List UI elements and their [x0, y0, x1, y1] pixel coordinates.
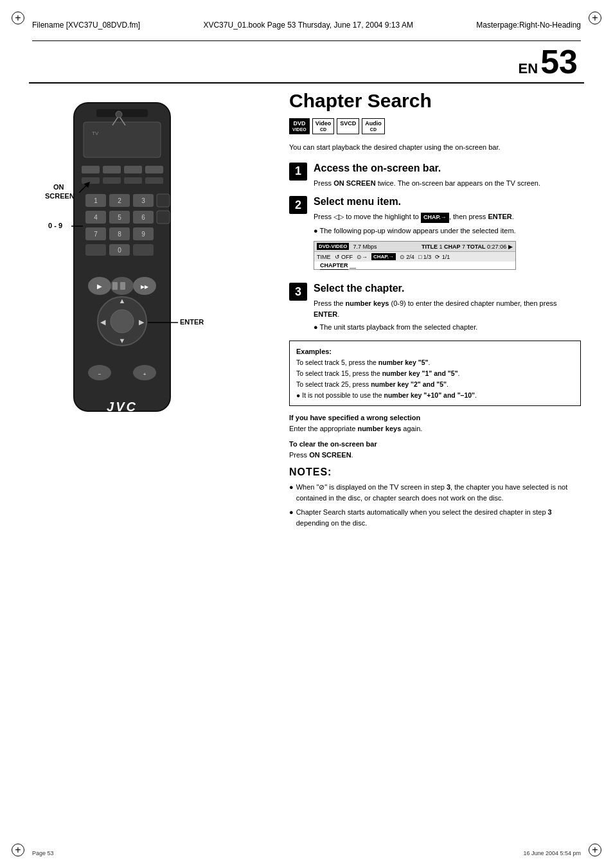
svg-text:▲: ▲ — [119, 297, 126, 305]
content-area: Chapter Search DVDVIDEO VideoCD SVCD Aud… — [289, 90, 581, 532]
page-number: 53 — [540, 45, 578, 78]
intro-text: You can start playback the desired chapt… — [289, 142, 581, 153]
clear-bar: To clear the on-screen bar Press ON SCRE… — [289, 439, 581, 460]
page-footer: Page 53 16 June 2004 5:54 pm — [32, 850, 581, 856]
svg-text:▶: ▶ — [139, 318, 145, 326]
svg-rect-8 — [145, 166, 163, 173]
wrong-selection-title: If you have specified a wrong selection — [289, 414, 420, 421]
svg-text:−: − — [98, 371, 102, 377]
reg-mark-tl — [12, 12, 24, 24]
step-2-num: 2 — [289, 196, 307, 214]
svg-text:TV: TV — [92, 130, 99, 136]
remote-svg: TV 1 2 3 4 5 6 7 8 — [35, 96, 241, 469]
svg-rect-41 — [120, 282, 125, 290]
svg-point-4 — [116, 111, 122, 118]
wrong-selection-body: Enter the appropriate number keys again. — [289, 425, 422, 432]
note-2: ● Chapter Search starts automatically wh… — [289, 507, 581, 528]
reg-mark-br — [589, 844, 601, 856]
step-3-title: Select the chapter. — [314, 283, 581, 294]
reg-mark-tr — [589, 12, 601, 24]
step-2-bullet: ● The following pop-up window appears un… — [314, 226, 516, 236]
svg-rect-10 — [103, 177, 121, 184]
remote-area: TV 1 2 3 4 5 6 7 8 — [29, 90, 286, 740]
step-1-num: 1 — [289, 163, 307, 181]
step-3-body: Press the number keys (0-9) to enter the… — [314, 298, 581, 319]
step-3-num: 3 — [289, 283, 307, 301]
svg-text:8: 8 — [118, 231, 121, 238]
header-right: Masterpage:Right-No-Heading — [476, 21, 581, 30]
svg-text:▼: ▼ — [119, 337, 126, 344]
step-1-body: Press ON SCREEN twice. The on-screen bar… — [314, 178, 540, 189]
svg-text:5: 5 — [118, 214, 121, 221]
svg-rect-36 — [133, 244, 154, 256]
step-3: 3 Select the chapter. Press the number k… — [289, 283, 581, 333]
badge-dvd: DVDVIDEO — [289, 118, 310, 134]
svg-text:▶: ▶ — [97, 283, 102, 290]
header-left: Filename [XVC37U_08DVD.fm] — [32, 21, 140, 30]
svg-text:0: 0 — [118, 247, 121, 254]
svg-text:0 - 9: 0 - 9 — [48, 222, 62, 229]
svg-text:1: 1 — [94, 197, 98, 204]
page-header: Filename [XVC37U_08DVD.fm] XVC37U_01.boo… — [32, 9, 581, 41]
chap-highlight: CHAP.→ — [421, 213, 449, 223]
svg-rect-35 — [85, 244, 106, 256]
svg-rect-12 — [145, 177, 163, 184]
reg-mark-bl — [12, 844, 24, 856]
svg-text:+: + — [143, 371, 147, 377]
svg-text:◀: ◀ — [100, 318, 106, 326]
osb-row2: TIME ↺ OFF ⊙→ CHAP.→ ⊙ 2/4 □ 1/3 ⟳ 1/1 — [314, 252, 515, 261]
svg-text:JVC: JVC — [107, 400, 138, 414]
onscreen-bar: DVD-VIDEO 7.7 Mbps TITLE 1 CHAP 7 TOTAL … — [314, 241, 516, 270]
examples-box: Examples: To select track 5, press the n… — [289, 341, 581, 407]
svg-text:2: 2 — [118, 197, 121, 204]
clear-bar-title: To clear the on-screen bar — [289, 440, 377, 448]
notes-section: NOTES: ● When "⊘" is displayed on the TV… — [289, 466, 581, 528]
svg-rect-6 — [103, 166, 121, 173]
examples-title: Examples: — [296, 346, 574, 358]
svg-text:▶▶: ▶▶ — [141, 284, 149, 290]
step-3-bullet: ● The unit starts playback from the sele… — [314, 322, 581, 333]
example-2: To select track 15, press the number key… — [296, 368, 574, 379]
step-1-content: Access the on-screen bar. Press ON SCREE… — [314, 163, 540, 189]
page-title: Chapter Search — [289, 90, 581, 112]
wrong-selection: If you have specified a wrong selection … — [289, 412, 581, 434]
clear-bar-body: Press ON SCREEN. — [289, 451, 353, 459]
svg-text:4: 4 — [94, 214, 98, 221]
svg-text:9: 9 — [141, 231, 145, 238]
notes-title: NOTES: — [289, 466, 581, 478]
note-1: ● When "⊘" is displayed on the TV screen… — [289, 482, 581, 503]
example-3: To select track 25, press number key "2"… — [296, 379, 574, 390]
osb-row3: CHAPTER __ — [314, 261, 515, 269]
svg-rect-5 — [82, 166, 100, 173]
svg-rect-11 — [124, 177, 142, 184]
page-number-area: EN 53 — [519, 45, 578, 78]
step-2-title: Select menu item. — [314, 196, 516, 208]
notes-list: ● When "⊘" is displayed on the TV screen… — [289, 482, 581, 528]
en-label: EN — [519, 60, 538, 77]
step-1: 1 Access the on-screen bar. Press ON SCR… — [289, 163, 581, 189]
step-2-body: Press ◁▷ to move the highlight to CHAP.→… — [314, 211, 516, 223]
svg-rect-7 — [124, 166, 142, 173]
header-center: XVC37U_01.book Page 53 Thursday, June 17… — [203, 21, 413, 30]
svg-text:6: 6 — [141, 214, 145, 221]
svg-text:ON: ON — [53, 183, 64, 191]
footer-left: Page 53 — [32, 850, 54, 856]
svg-rect-26 — [157, 211, 170, 224]
svg-rect-9 — [82, 177, 100, 184]
svg-text:7: 7 — [94, 231, 98, 238]
svg-rect-40 — [112, 282, 118, 290]
svg-text:ENTER: ENTER — [180, 318, 204, 326]
badge-audio: AudioCD — [362, 118, 385, 134]
example-1: To select track 5, press the number key … — [296, 357, 574, 368]
format-badges: DVDVIDEO VideoCD SVCD AudioCD — [289, 118, 581, 134]
osb-row1: DVD-VIDEO 7.7 Mbps TITLE 1 CHAP 7 TOTAL … — [314, 242, 515, 252]
step-1-title: Access the on-screen bar. — [314, 163, 540, 174]
badge-video: VideoCD — [312, 118, 334, 134]
top-rule — [29, 82, 584, 84]
badge-svcd: SVCD — [337, 118, 359, 134]
step-3-content: Select the chapter. Press the number key… — [314, 283, 581, 333]
footer-right: 16 June 2004 5:54 pm — [523, 850, 581, 856]
step-2-content: Select menu item. Press ◁▷ to move the h… — [314, 196, 516, 275]
svg-rect-2 — [84, 122, 161, 157]
step-2: 2 Select menu item. Press ◁▷ to move the… — [289, 196, 581, 275]
